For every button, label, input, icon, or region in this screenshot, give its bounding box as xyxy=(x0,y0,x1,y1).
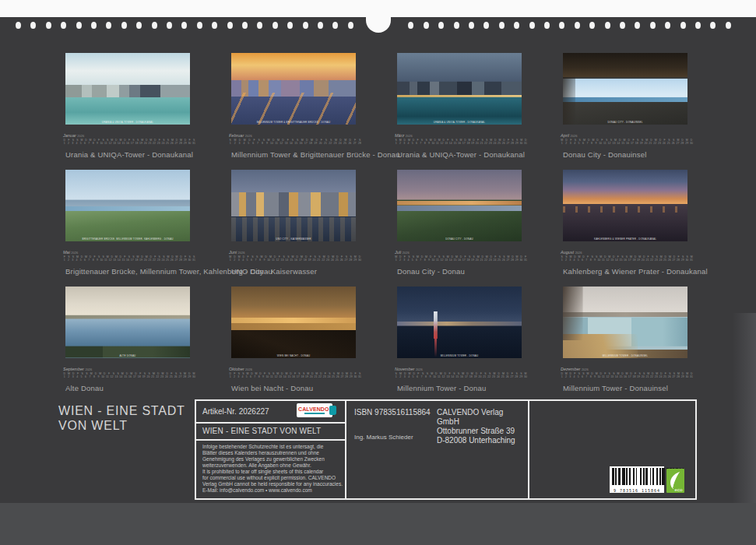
day-number: 4 xyxy=(243,142,246,145)
day-number: 12 xyxy=(276,258,280,262)
day-number: 27 xyxy=(677,142,680,145)
day-number: 15 xyxy=(621,142,624,145)
day-number: 6 xyxy=(83,258,86,262)
day-number: 4 xyxy=(407,142,410,145)
day-number: 8 xyxy=(93,375,96,378)
mini-calendar-day-row: 1234567891011121314151617181920212223242… xyxy=(561,142,693,145)
day-number: 16 xyxy=(624,375,627,378)
day-number: 20 xyxy=(476,142,479,145)
day-number: 1 xyxy=(229,375,232,378)
day-number: 3 xyxy=(72,258,75,262)
day-number: 5 xyxy=(412,375,415,378)
day-number: 11 xyxy=(106,375,109,378)
binding-hole xyxy=(30,22,36,29)
day-number: 2 xyxy=(233,375,236,378)
day-number: 28 xyxy=(179,258,182,262)
day-number: 8 xyxy=(92,258,95,262)
day-number: 13 xyxy=(113,142,116,145)
day-number: 29 xyxy=(353,258,357,262)
author-name: Ing. Markus Schieder xyxy=(354,434,413,441)
day-number: 17 xyxy=(631,142,634,145)
day-number: 13 xyxy=(610,375,614,378)
day-number: 30 xyxy=(353,375,357,378)
day-number: 28 xyxy=(677,375,680,378)
day-number: 9 xyxy=(595,142,598,145)
day-number: 8 xyxy=(424,375,427,378)
month-cell: Alte DonauSeptember2026DMDFSSMDMDFSSMDMD… xyxy=(65,287,190,393)
day-number: 13 xyxy=(446,375,449,378)
day-number: 29 xyxy=(350,375,353,378)
day-number: 18 xyxy=(632,375,635,378)
photo-inner-caption: Urania & UNIQA-Tower - Donaukanal xyxy=(65,121,190,123)
mini-calendar-year: 2026 xyxy=(571,135,578,139)
publisher-address: CALVENDO Verlag GmbH Ottobrunner Straße … xyxy=(437,408,528,445)
month-cell: Donau City - DonauJuli2026MDFSSMDMDFSSMD… xyxy=(397,170,522,276)
mini-calendar-scale: Juli2026MDFSSMDMDFSSMDMDFSSMDMDFSSMDMDF1… xyxy=(395,250,527,262)
month-photo: Donau City - Donauinsel xyxy=(563,53,687,125)
day-number: 29 xyxy=(184,142,187,145)
binding-hole xyxy=(575,22,580,29)
day-number: 27 xyxy=(672,258,675,262)
day-number: 25 xyxy=(667,142,670,145)
mini-calendar-year: 2026 xyxy=(71,251,78,255)
mini-calendar: November2026SMDMDFSSMDMDFSSMDMDFSSMDMDFS… xyxy=(395,367,522,380)
day-number: 24 xyxy=(161,258,164,262)
day-number: 18 xyxy=(632,258,635,262)
day-number: 7 xyxy=(420,375,424,378)
day-number: 5 xyxy=(411,258,414,262)
day-number: 11 xyxy=(436,142,439,145)
mini-calendar: Juli2026MDFSSMDMDFSSMDMDFSSMDMDFSSMDMDF1… xyxy=(395,250,522,263)
day-number: 21 xyxy=(483,375,486,378)
day-number: 14 xyxy=(449,258,452,262)
day-number: 12 xyxy=(108,258,111,262)
day-number: 9 xyxy=(427,142,431,145)
photo-inner-caption: Donau City - Donau xyxy=(397,237,522,240)
day-number: 11 xyxy=(272,258,275,262)
day-number: 15 xyxy=(453,142,456,145)
day-number: 7 xyxy=(585,375,589,378)
day-number: 20 xyxy=(146,375,149,378)
day-number: 16 xyxy=(299,142,302,145)
legal-notice-box: Infolge bestehender Schutzrechte ist es … xyxy=(196,439,345,498)
day-number: 27 xyxy=(174,258,178,262)
day-number: 4 xyxy=(407,375,410,378)
day-number: 17 xyxy=(131,258,134,262)
binding-hole xyxy=(589,22,595,29)
binding-hole xyxy=(680,22,686,29)
page-top-edge xyxy=(0,0,756,17)
day-number: 12 xyxy=(108,142,111,145)
day-number: 9 xyxy=(593,258,596,262)
mini-calendar: September2026DMDFSSMDMDFSSMDMDFSSMDMDFSS… xyxy=(63,367,190,380)
day-number: 15 xyxy=(287,375,290,378)
day-number: 28 xyxy=(345,375,348,378)
month-photo: UNO City - Kaiserwasser xyxy=(231,170,356,241)
day-number: 10 xyxy=(267,258,270,262)
day-number: 14 xyxy=(615,375,618,378)
day-number: 14 xyxy=(451,375,454,378)
mini-calendar-month: September2026 xyxy=(63,367,195,372)
day-number: 19 xyxy=(637,258,640,262)
day-number: 19 xyxy=(471,142,474,145)
day-number: 20 xyxy=(319,142,322,145)
day-number: 10 xyxy=(100,258,103,262)
day-number: 30 xyxy=(685,375,688,378)
day-number: 14 xyxy=(449,142,452,145)
day-number: 11 xyxy=(602,375,605,378)
day-number: 12 xyxy=(442,375,445,378)
day-number: 10 xyxy=(433,375,436,378)
day-number: 31 xyxy=(690,258,693,262)
day-number: 12 xyxy=(440,258,443,262)
day-number: 4 xyxy=(573,258,576,262)
binding-hole xyxy=(408,22,413,29)
mini-calendar-day-row: 1234567891011121314151617181920212223242… xyxy=(63,142,195,145)
month-caption: Brigittenauer Brücke, Millennium Tower, … xyxy=(65,267,190,276)
day-number: 14 xyxy=(617,142,620,145)
day-number: 2 xyxy=(564,258,568,262)
month-caption: Urania & UNIQA-Tower - Donaukanal xyxy=(65,150,190,160)
day-number: 27 xyxy=(353,142,357,145)
day-number: 1 xyxy=(395,142,398,145)
month-cell: Kahlenberg & Wiener Prater - DonaukanalA… xyxy=(563,170,687,276)
month-cell: Millennium Tower - DonauNovember2026SMDM… xyxy=(397,287,522,393)
binding-hole xyxy=(121,22,127,29)
day-number: 19 xyxy=(142,375,146,378)
